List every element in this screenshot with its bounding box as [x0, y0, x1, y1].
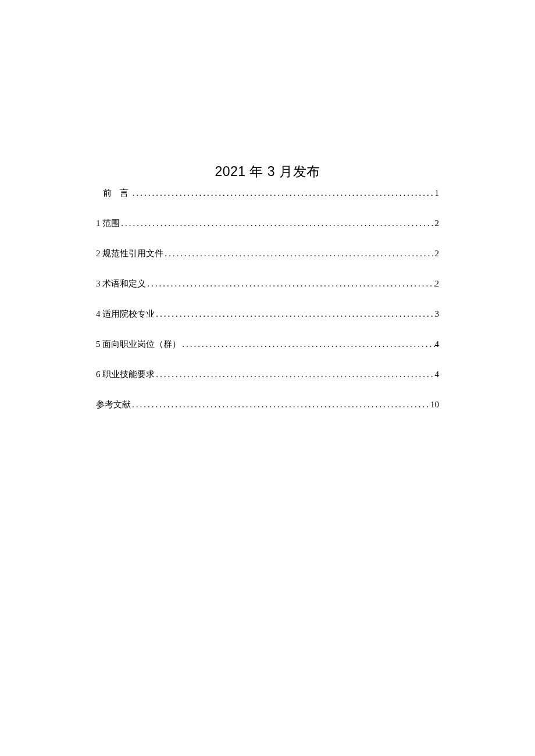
toc-label: 前 言 [103, 188, 131, 199]
toc-label: 4 适用院校专业 [96, 309, 155, 320]
toc-leader-dots [131, 400, 430, 410]
toc-page-number: 4 [435, 370, 440, 379]
toc-label: 参考文献 [96, 399, 131, 410]
toc-page-number: 10 [430, 400, 439, 410]
toc-page-number: 4 [435, 339, 440, 349]
toc-entry: 3 术语和定义 2 [96, 278, 439, 289]
page-title: 2021 年 3 月发布 [96, 163, 439, 181]
toc-leader-dots [155, 370, 434, 379]
toc-label: 5 面向职业岗位（群） [96, 339, 181, 350]
toc-entry: 5 面向职业岗位（群） 4 [96, 339, 439, 350]
document-page: 2021 年 3 月发布 前 言 1 1 范围 2 2 规范性引用文件 2 3 … [0, 0, 535, 410]
toc-page-number: 2 [435, 249, 440, 259]
toc-entry: 前 言 1 [96, 188, 439, 199]
toc-label: 6 职业技能要求 [96, 369, 155, 380]
toc-leader-dots [146, 279, 434, 289]
toc-label: 2 规范性引用文件 [96, 248, 163, 259]
toc-page-number: 3 [435, 309, 440, 319]
toc-leader-dots [181, 339, 434, 349]
table-of-contents: 前 言 1 1 范围 2 2 规范性引用文件 2 3 术语和定义 2 4 适用院… [96, 188, 439, 410]
toc-page-number: 2 [435, 279, 440, 289]
toc-entry: 6 职业技能要求 4 [96, 369, 439, 380]
toc-entry: 4 适用院校专业 3 [96, 309, 439, 320]
toc-leader-dots [120, 218, 434, 228]
toc-entry: 参考文献 10 [96, 399, 439, 410]
toc-label: 3 术语和定义 [96, 278, 146, 289]
toc-leader-dots [155, 309, 434, 319]
toc-leader-dots [163, 249, 434, 259]
toc-leader-dots [131, 188, 435, 198]
toc-label: 1 范围 [96, 218, 120, 229]
toc-entry: 2 规范性引用文件 2 [96, 248, 439, 259]
toc-page-number: 1 [435, 188, 440, 198]
toc-entry: 1 范围 2 [96, 218, 439, 229]
toc-page-number: 2 [435, 218, 440, 228]
